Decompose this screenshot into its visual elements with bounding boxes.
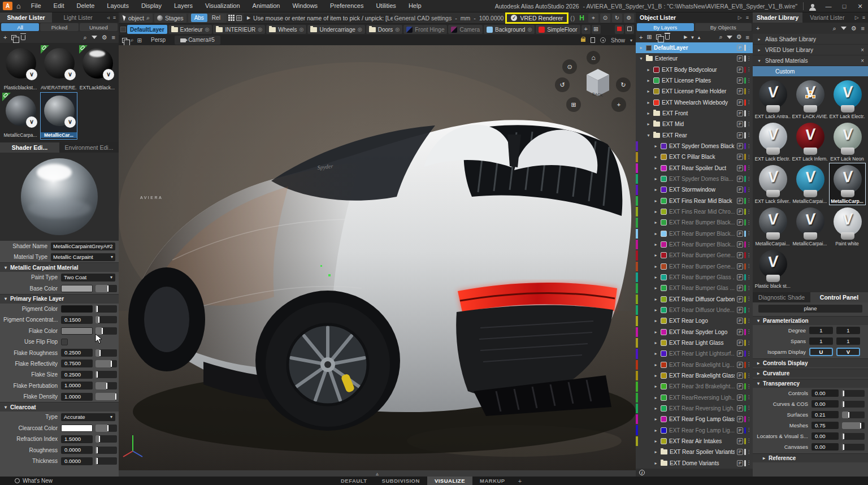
layer-tab-camera[interactable]: Camera xyxy=(448,25,483,34)
degree-v-field[interactable]: 1 xyxy=(836,327,860,334)
caret-right-icon[interactable]: ▸ xyxy=(653,417,658,422)
add-shader-button[interactable]: + xyxy=(3,34,7,41)
gear-icon[interactable]: ⚙ xyxy=(102,34,107,41)
caret-right-icon[interactable]: ▸ xyxy=(653,198,658,203)
close-icon[interactable]: × xyxy=(861,58,864,64)
symmetry-icon[interactable]: ⋮ xyxy=(744,395,751,401)
layer-row-ext-rear-bumper-glass[interactable]: ▸EXT Rear Bumper Glass ...P⋮ xyxy=(636,272,753,283)
tab-persp[interactable]: Persp xyxy=(145,36,171,45)
symmetry-icon[interactable]: ⋮ xyxy=(744,307,751,313)
caret-right-icon[interactable]: ▸ xyxy=(653,318,658,323)
slider[interactable] xyxy=(96,457,117,465)
pick-badge[interactable]: P xyxy=(737,77,743,84)
menu-icon[interactable]: ≡ xyxy=(862,15,865,20)
visibility-icon[interactable] xyxy=(600,37,606,43)
maximize-button[interactable]: □ xyxy=(836,0,852,12)
symmetry-icon[interactable]: ⋮ xyxy=(744,77,751,84)
caret-right-icon[interactable]: ▸ xyxy=(646,89,651,94)
section-header-clearcoat[interactable]: ▾Clearcoat xyxy=(0,402,119,412)
symmetry-icon[interactable]: ⋮ xyxy=(744,449,751,455)
dropdown-paint-type[interactable]: Two Coat▾ xyxy=(61,274,115,282)
layer-row-ext-fins-rear-mid-black[interactable]: ▸EXT Fins Rear Mid BlackP⋮ xyxy=(636,196,753,206)
layer-color-swatch[interactable] xyxy=(661,362,667,368)
menu-windows[interactable]: Windows xyxy=(286,0,324,12)
rig-icon[interactable]: ↻ xyxy=(612,14,622,23)
search-icon[interactable]: ⌕ xyxy=(833,25,836,32)
slider[interactable] xyxy=(96,349,117,357)
layer-color-swatch[interactable] xyxy=(661,219,667,226)
symmetry-icon[interactable]: ⋮ xyxy=(744,231,751,237)
symmetry-icon[interactable]: ⋮ xyxy=(744,329,751,335)
caret-right-icon[interactable]: ▸ xyxy=(653,154,658,159)
layer-color-swatch[interactable] xyxy=(653,67,659,73)
pick-badge[interactable]: P xyxy=(737,383,743,389)
layer-row-ext-rear-air-intakes[interactable]: ▸EXT Rear Air IntakesP⋮ xyxy=(636,436,753,447)
pick-badge[interactable]: P xyxy=(737,67,743,73)
layer-row-ext-spyder-domes-black[interactable]: ▸EXT Spyder Domes BlackP⋮ xyxy=(636,141,753,151)
section-parameterization[interactable]: ▾ Parameterization xyxy=(753,316,868,325)
parentheses-icon[interactable]: () xyxy=(570,15,575,21)
layer-row-defaultlayer[interactable]: ▸DefaultLayerP⋮ xyxy=(636,42,753,53)
slider[interactable] xyxy=(96,360,117,367)
caret-right-icon[interactable]: ▸ xyxy=(653,395,658,400)
symmetry-icon[interactable]: ⋮ xyxy=(744,285,751,291)
symmetry-icon[interactable]: ⋮ xyxy=(744,274,751,280)
search-icon[interactable]: ⌕ xyxy=(84,34,87,41)
cad-settings-label[interactable]: General CAD settings xyxy=(394,15,452,21)
material-ext-lack-electr[interactable]: VEXT Lack Electr... xyxy=(829,78,866,120)
material-ext-lack-silver[interactable]: VEXT Lack Silver... xyxy=(754,163,791,205)
material-ext-lack-infern[interactable]: VEXT Lack Infern... xyxy=(792,120,828,163)
caret-right-icon[interactable]: ▸ xyxy=(653,187,658,192)
prompt-line[interactable]: ▶ Use mouse or enter name of item to pic… xyxy=(244,14,393,23)
add-workspace-tab-button[interactable]: + xyxy=(513,478,527,484)
shader-thumb-plasticblackst[interactable]: ∨Plasticblackst... xyxy=(2,45,39,92)
number-field[interactable]: 0.0000 xyxy=(61,457,93,465)
slider[interactable] xyxy=(842,412,865,418)
layer-row-ext-rear-reversing-ligh[interactable]: ▸EXT Rear Reversing Ligh...P⋮ xyxy=(636,403,753,414)
color-swatch[interactable] xyxy=(61,285,93,292)
pick-badge[interactable]: P xyxy=(737,45,743,51)
caret-right-icon[interactable]: ▸ xyxy=(653,373,658,378)
workspace-tab-markup[interactable]: MARKUP xyxy=(472,477,513,485)
caret-right-icon[interactable]: ▸ xyxy=(653,428,658,433)
layer-row-ext-rear-fog-lamp-lig[interactable]: ▸EXT Rear Fog Lamp Lig...P⋮ xyxy=(636,425,753,435)
caret-right-icon[interactable]: ▸ xyxy=(646,78,651,83)
close-icon[interactable]: × xyxy=(861,47,864,53)
number-field[interactable]: 1.0000 xyxy=(61,393,93,401)
layer-color-swatch[interactable] xyxy=(661,438,667,444)
layer-row-ext-rear-diffusor-unde[interactable]: ▸EXT Rear Diffusor Unde...P⋮ xyxy=(636,305,753,315)
layer-row-ext-c-pillar-black[interactable]: ▸EXT C Pillar BlackP⋮ xyxy=(636,151,753,162)
layer-color-swatch[interactable] xyxy=(661,307,667,313)
layer-row-ext-rearreversing-ligh[interactable]: ▸EXT RearReversing Ligh...P⋮ xyxy=(636,392,753,403)
pick-badge[interactable]: P xyxy=(737,296,743,302)
layer-row-ext-rear-bumper-gene[interactable]: ▸EXT Rear Bumper Gene...P⋮ xyxy=(636,261,753,272)
layer-row-exterieur[interactable]: ▾ExterieurP⋮ xyxy=(636,53,753,64)
menu-layouts[interactable]: Layouts xyxy=(101,0,135,12)
search-icon[interactable]: ⌕ xyxy=(719,33,723,41)
number-field[interactable]: 0.1500 xyxy=(61,316,93,324)
layer-row-ext-license-plates[interactable]: ▸EXT License PlatesP⋮ xyxy=(636,75,753,86)
caret-right-icon[interactable]: ▸ xyxy=(639,45,644,50)
layer-tab-interieur[interactable]: INTERIEUR◎ xyxy=(213,25,265,34)
account-icon[interactable] xyxy=(809,4,816,11)
menu-file[interactable]: File xyxy=(25,0,47,12)
layer-row-ext-rear-brakelight-lig[interactable]: ▸EXT Rear Brakelight Lig...P⋮ xyxy=(636,360,753,370)
symmetry-icon[interactable]: ⋮ xyxy=(744,121,751,127)
tab-shader-editor[interactable]: Shader Edi... xyxy=(0,142,59,153)
layer-row-ext-mid[interactable]: ▸EXT MidP⋮ xyxy=(636,119,753,129)
layer-color-swatch[interactable] xyxy=(661,252,667,258)
layer-color-swatch[interactable] xyxy=(661,263,667,270)
caret-right-icon[interactable]: ▸ xyxy=(653,297,658,302)
pick-badge[interactable]: P xyxy=(737,132,743,138)
layer-color-swatch[interactable] xyxy=(661,154,667,160)
menu-layers[interactable]: Layers xyxy=(168,0,199,12)
library-group-custom[interactable]: Custom xyxy=(753,66,868,77)
layer-color-swatch[interactable] xyxy=(661,198,667,204)
symmetry-icon[interactable]: ⋮ xyxy=(744,165,751,171)
number-field[interactable]: 0.7500 xyxy=(61,360,93,367)
caret-right-icon[interactable]: ▸ xyxy=(653,461,658,466)
play-icon[interactable]: ▶ xyxy=(684,34,687,40)
material-metalliccarpai[interactable]: VMetallicCarpai... xyxy=(792,163,828,205)
number-field[interactable]: 0.00 xyxy=(811,400,839,408)
symmetry-icon[interactable]: ⋮ xyxy=(744,198,751,204)
